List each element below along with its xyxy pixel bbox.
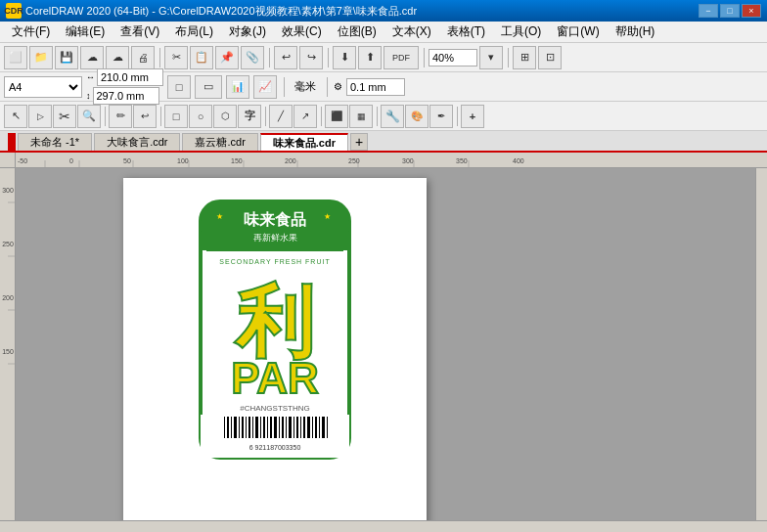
page-size-select[interactable]: A4 — [4, 76, 82, 98]
zoom-dropdown[interactable]: ▾ — [479, 46, 503, 69]
svg-rect-68 — [307, 417, 310, 438]
app-icon: CDR — [6, 3, 22, 19]
svg-text:★: ★ — [216, 212, 223, 221]
tools-toolbar: ↖ ▷ ✂ 🔍 ✏ ↩ □ ○ ⬡ 字 ╱ ↗ ⬛ ▦ 🔧 🎨 ✒ + — [0, 102, 767, 131]
save-button[interactable]: 💾 — [55, 46, 78, 69]
svg-rect-53 — [252, 417, 253, 438]
sep13 — [454, 105, 460, 128]
sep7 — [324, 75, 330, 99]
svg-text:300: 300 — [402, 157, 414, 164]
sep11 — [318, 105, 324, 128]
menu-item-查看V[interactable]: 查看(V) — [113, 22, 167, 42]
minimize-button[interactable]: − — [699, 4, 718, 18]
chart2-button[interactable]: 📈 — [253, 75, 277, 99]
svg-text:150: 150 — [2, 348, 14, 355]
height-row: ↕ — [86, 87, 163, 105]
svg-text:-50: -50 — [18, 157, 27, 164]
add-tool[interactable]: + — [461, 105, 484, 128]
paste-button[interactable]: 📌 — [215, 46, 239, 69]
text-tool[interactable]: 字 — [238, 105, 261, 128]
menu-item-对象J[interactable]: 对象(J) — [221, 22, 274, 42]
import-button[interactable]: ⬇ — [333, 46, 356, 69]
width-input[interactable] — [97, 68, 163, 86]
doc-tab-3[interactable]: 味来食品.cdr — [260, 133, 348, 151]
freehand-tool[interactable]: ✏ — [109, 105, 132, 128]
paste2-button[interactable]: 📎 — [241, 46, 264, 69]
pdf-button[interactable]: PDF — [384, 46, 419, 69]
svg-rect-70 — [315, 417, 317, 438]
doc-tab-0[interactable]: 未命名 -1* — [18, 133, 92, 151]
open-button[interactable]: 📁 — [29, 46, 53, 69]
svg-rect-55 — [260, 417, 261, 438]
menu-item-窗口W[interactable]: 窗口(W) — [549, 22, 607, 42]
menu-item-工具O[interactable]: 工具(O) — [493, 22, 549, 42]
cloud1-button[interactable]: ☁ — [80, 46, 104, 69]
svg-text:PAR: PAR — [231, 354, 319, 402]
shape-tool[interactable]: ▷ — [28, 105, 52, 128]
svg-rect-49 — [239, 417, 240, 438]
ellipse-tool[interactable]: ○ — [189, 105, 212, 128]
fill-tool[interactable]: 🎨 — [405, 105, 429, 128]
menu-item-表格T[interactable]: 表格(T) — [439, 22, 493, 42]
menu-item-布局L[interactable]: 布局(L) — [167, 22, 221, 42]
view1-button[interactable]: ⊞ — [513, 46, 536, 69]
cut-button[interactable]: ✂ — [164, 46, 188, 69]
nudge-icon: ⚙ — [334, 81, 342, 92]
svg-text:#CHANGSTSTHNG: #CHANGSTSTHNG — [240, 404, 310, 413]
doc-tab-1[interactable]: 大味食言.cdr — [94, 133, 180, 151]
export-button[interactable]: ⬆ — [358, 46, 382, 69]
pattern-tool[interactable]: ▦ — [349, 105, 373, 128]
redo-button[interactable]: ↪ — [299, 46, 323, 69]
svg-text:200: 200 — [2, 294, 14, 301]
zoom-tool[interactable]: 🔍 — [77, 105, 101, 128]
print-button[interactable]: 🖨 — [131, 46, 155, 69]
horizontal-scrollbar[interactable] — [0, 520, 767, 532]
canvas-area[interactable]: 味来食品 ★ ★ 再新鲜水果 SECONDARY FRESH FRUIT 利 P… — [16, 168, 755, 520]
eyedrop-tool[interactable]: 🔧 — [381, 105, 404, 128]
tab-marker — [8, 133, 16, 151]
label-design: 味来食品 ★ ★ 再新鲜水果 SECONDARY FRESH FRUIT 利 P… — [197, 198, 353, 462]
chart1-button[interactable]: 📊 — [226, 75, 249, 99]
landscape-button[interactable]: ▭ — [195, 75, 222, 99]
new-button[interactable]: ⬜ — [4, 46, 27, 69]
zoom-input[interactable] — [429, 49, 477, 66]
cloud2-button[interactable]: ☁ — [106, 46, 129, 69]
menu-bar: 文件(F)编辑(E)查看(V)布局(L)对象(J)效果(C)位图(B)文本(X)… — [0, 22, 767, 43]
view2-button[interactable]: ⊡ — [538, 46, 562, 69]
menu-item-位图B[interactable]: 位图(B) — [330, 22, 384, 42]
svg-rect-50 — [242, 417, 244, 438]
vertical-scrollbar[interactable] — [755, 168, 767, 520]
shadow-tool[interactable]: ⬛ — [325, 105, 348, 128]
svg-text:150: 150 — [231, 157, 243, 164]
polygon-tool[interactable]: ⬡ — [213, 105, 237, 128]
menu-item-帮助H[interactable]: 帮助(H) — [608, 22, 663, 42]
svg-rect-56 — [263, 417, 265, 438]
add-tab-button[interactable]: + — [350, 133, 368, 151]
crop-tool[interactable]: ✂ — [53, 105, 76, 128]
menu-item-文件F[interactable]: 文件(F) — [4, 22, 58, 42]
menu-item-文本X[interactable]: 文本(X) — [384, 22, 439, 42]
outline-tool[interactable]: ✒ — [429, 105, 453, 128]
height-icon: ↕ — [86, 91, 91, 101]
sep3 — [325, 46, 331, 69]
svg-rect-51 — [246, 417, 247, 438]
svg-rect-65 — [296, 417, 298, 438]
portrait-button[interactable]: □ — [167, 75, 191, 99]
doc-tab-2[interactable]: 嘉云糖.cdr — [182, 133, 257, 151]
svg-text:400: 400 — [513, 157, 524, 164]
rect-tool[interactable]: □ — [164, 105, 188, 128]
height-input[interactable] — [93, 87, 159, 105]
undo-button[interactable]: ↩ — [274, 46, 297, 69]
close-button[interactable]: × — [742, 4, 761, 18]
menu-item-编辑E[interactable]: 编辑(E) — [58, 22, 113, 42]
bezier-tool[interactable]: ↩ — [133, 105, 157, 128]
maximize-button[interactable]: □ — [720, 4, 740, 18]
nudge-input[interactable] — [346, 78, 405, 96]
select-tool[interactable]: ↖ — [4, 105, 27, 128]
document-page: 味来食品 ★ ★ 再新鲜水果 SECONDARY FRESH FRUIT 利 P… — [123, 178, 427, 520]
menu-item-效果C[interactable]: 效果(C) — [274, 22, 330, 42]
connector-tool[interactable]: ↗ — [293, 105, 317, 128]
line-tool[interactable]: ╱ — [269, 105, 293, 128]
copy-button[interactable]: 📋 — [190, 46, 213, 69]
svg-rect-59 — [274, 417, 277, 438]
